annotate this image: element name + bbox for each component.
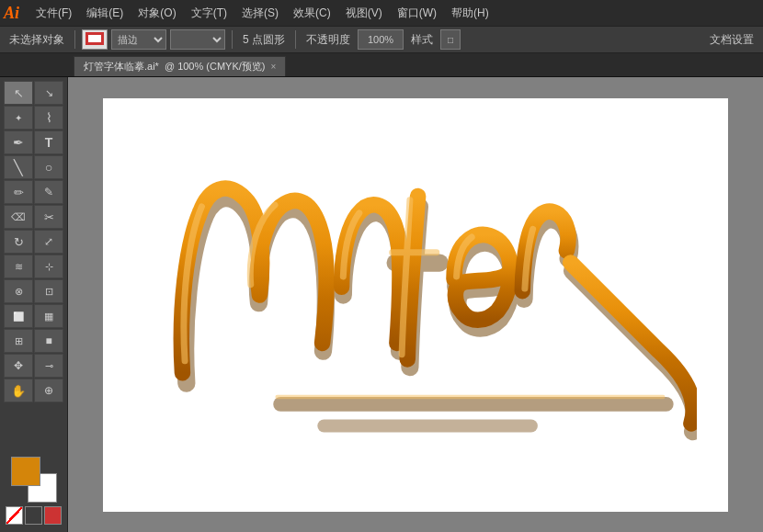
tool-ellipse[interactable]: ○ [34, 155, 63, 179]
tool-zoom[interactable]: ⊕ [34, 379, 63, 402]
tool-row-8: ≋ ⊹ [2, 255, 65, 278]
red-swatch[interactable] [44, 506, 62, 525]
toolbox: ↖ ↘ ✦ ⌇ ✒ T ╲ ○ ✏ ✎ ⌫ ✂ ↻ ⤢ ≋ ⊹ [0, 77, 68, 532]
tool-scissors[interactable]: ✂ [34, 205, 63, 229]
doc-tab-close[interactable]: × [270, 62, 276, 72]
color-swatches [11, 457, 57, 503]
tool-pencil[interactable]: ✎ [34, 180, 63, 204]
menu-effect[interactable]: 效果(C) [288, 4, 336, 23]
brush-select[interactable] [170, 29, 225, 50]
tool-row-7: ↻ ⤢ [2, 230, 65, 254]
point-label: 5 点圆形 [239, 32, 289, 48]
tool-perspective[interactable]: ⬜ [4, 304, 33, 328]
toolbar-separator-1 [74, 30, 75, 49]
opacity-input[interactable] [358, 29, 404, 50]
doc-tab-bar: 灯管字体临摹.ai* @ 100% (CMYK/预览) × [0, 53, 763, 77]
tool-paintbrush[interactable]: ✏ [4, 180, 33, 204]
main-area: ↖ ↘ ✦ ⌇ ✒ T ╲ ○ ✏ ✎ ⌫ ✂ ↻ ⤢ ≋ ⊹ [0, 77, 763, 532]
tool-selection[interactable]: ↖ [4, 81, 33, 105]
stroke-swatch[interactable] [82, 29, 108, 50]
tool-row-13: ✋ ⊕ [2, 379, 65, 402]
doc-tab[interactable]: 灯管字体临摹.ai* @ 100% (CMYK/预览) × [74, 56, 286, 76]
selection-label: 未选择对象 [6, 32, 68, 48]
style-label: 样式 [407, 32, 437, 48]
style-btn[interactable]: □ [440, 29, 461, 50]
tool-eyedropper[interactable]: ✥ [4, 354, 33, 378]
tool-reshape[interactable]: ⊹ [34, 255, 63, 278]
tool-gradient[interactable]: ■ [34, 329, 63, 353]
foreground-swatch[interactable] [11, 457, 40, 486]
tool-row-4: ╲ ○ [2, 155, 65, 179]
tool-mesh[interactable]: ⊞ [4, 329, 33, 353]
menu-bar: Ai 文件(F) 编辑(E) 对象(O) 文字(T) 选择(S) 效果(C) 视… [0, 0, 763, 26]
tool-text[interactable]: T [34, 130, 63, 154]
none-swatch[interactable] [6, 506, 23, 525]
toolbar: 未选择对象 描边 5 点圆形 不透明度 样式 □ 文档设置 [0, 26, 763, 53]
toolbox-bottom [2, 453, 65, 528]
tool-row-9: ⊗ ⊡ [2, 279, 65, 303]
tool-row-6: ⌫ ✂ [2, 205, 65, 229]
tool-blend[interactable]: ⊗ [4, 279, 33, 303]
stroke-type-select[interactable]: 描边 [111, 29, 166, 50]
toolbar-separator-3 [295, 30, 296, 49]
menu-view[interactable]: 视图(V) [340, 4, 388, 23]
swatch-row [6, 506, 62, 525]
menu-text[interactable]: 文字(T) [186, 4, 233, 23]
tool-warp[interactable]: ≋ [4, 255, 33, 278]
app-logo: Ai [4, 4, 19, 23]
menu-edit[interactable]: 编辑(E) [81, 4, 129, 23]
menu-help[interactable]: 帮助(H) [446, 4, 495, 23]
toolbar-separator-2 [232, 30, 233, 49]
tool-measure[interactable]: ⊸ [34, 354, 63, 378]
tool-row-12: ✥ ⊸ [2, 354, 65, 378]
black-swatch[interactable] [25, 506, 42, 525]
tool-row-5: ✏ ✎ [2, 180, 65, 204]
canvas-area[interactable] [68, 77, 763, 532]
opacity-label: 不透明度 [302, 32, 354, 48]
menu-window[interactable]: 窗口(W) [392, 4, 442, 23]
tool-lasso[interactable]: ⌇ [34, 106, 63, 130]
tool-row-3: ✒ T [2, 130, 65, 154]
tool-magic-wand[interactable]: ✦ [4, 106, 33, 130]
tool-hand[interactable]: ✋ [4, 379, 33, 402]
doc-settings-btn[interactable]: 文档设置 [706, 32, 757, 48]
tool-row-2: ✦ ⌇ [2, 106, 65, 130]
menu-select[interactable]: 选择(S) [236, 4, 284, 23]
tool-row-10: ⬜ ▦ [2, 304, 65, 328]
tool-row-11: ⊞ ■ [2, 329, 65, 353]
tool-line[interactable]: ╲ [4, 155, 33, 179]
tool-eraser[interactable]: ⌫ [4, 205, 33, 229]
menu-file[interactable]: 文件(F) [30, 4, 77, 23]
tool-graph[interactable]: ▦ [34, 304, 63, 328]
artboard [103, 98, 728, 512]
tool-envelope[interactable]: ⊡ [34, 279, 63, 303]
tool-direct-selection[interactable]: ↘ [34, 81, 63, 105]
tool-row-1: ↖ ↘ [2, 81, 65, 105]
doc-tab-info: @ 100% (CMYK/预览) [165, 60, 266, 74]
doc-tab-title: 灯管字体临摹.ai* [84, 60, 159, 74]
lettering-svg [134, 119, 697, 491]
menu-object[interactable]: 对象(O) [132, 4, 181, 23]
tool-rotate[interactable]: ↻ [4, 230, 33, 254]
stroke-color-inner [85, 32, 104, 45]
tool-scale[interactable]: ⤢ [34, 230, 63, 254]
tool-pen[interactable]: ✒ [4, 130, 33, 154]
